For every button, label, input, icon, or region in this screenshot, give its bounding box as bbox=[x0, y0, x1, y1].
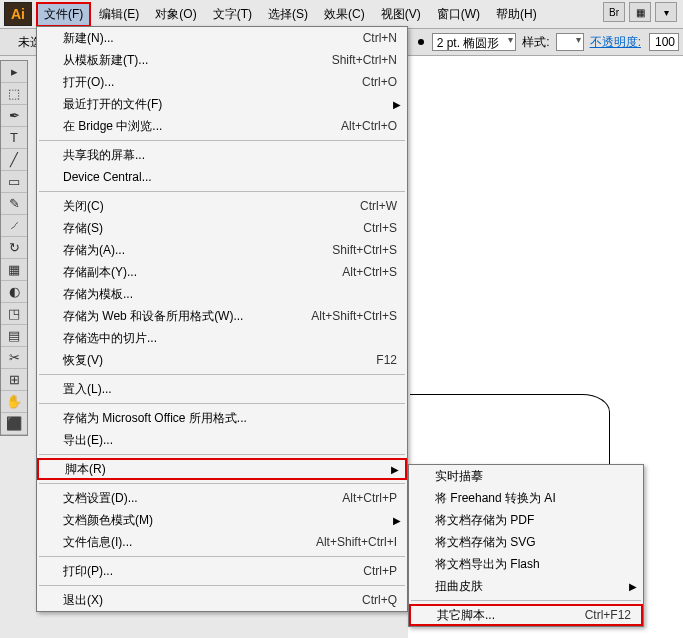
menu-item-label: 实时描摹 bbox=[435, 468, 633, 485]
menu-item-shortcut: Alt+Ctrl+P bbox=[342, 491, 397, 505]
menu-item-label: Device Central... bbox=[63, 170, 397, 184]
menu-item-shortcut: Ctrl+S bbox=[363, 221, 397, 235]
menu-item-label: 存储(S) bbox=[63, 220, 363, 237]
menu-item-label: 其它脚本... bbox=[437, 607, 585, 624]
menu-item-label: 置入(L)... bbox=[63, 381, 397, 398]
scripts-menu-item-1[interactable]: 将 Freehand 转换为 AI bbox=[409, 487, 643, 509]
menu-item-label: 将文档存储为 PDF bbox=[435, 512, 633, 529]
file-menu-item-11[interactable]: 存储为(A)...Shift+Ctrl+S bbox=[37, 239, 407, 261]
file-menu-separator bbox=[39, 483, 405, 484]
tool-5[interactable]: ▭ bbox=[1, 171, 27, 193]
menubar-item-2[interactable]: 对象(O) bbox=[147, 2, 204, 27]
menu-item-label: 存储副本(Y)... bbox=[63, 264, 342, 281]
file-menu-item-10[interactable]: 存储(S)Ctrl+S bbox=[37, 217, 407, 239]
menu-item-shortcut: Alt+Shift+Ctrl+I bbox=[316, 535, 397, 549]
file-menu-item-27[interactable]: 文件信息(I)...Alt+Shift+Ctrl+I bbox=[37, 531, 407, 553]
menubar-item-6[interactable]: 视图(V) bbox=[373, 2, 429, 27]
artwork-path bbox=[410, 394, 610, 464]
menu-item-shortcut: Ctrl+O bbox=[362, 75, 397, 89]
style-label: 样式: bbox=[522, 34, 549, 51]
submenu-arrow-icon: ▶ bbox=[393, 99, 401, 110]
tool-15[interactable]: ✋ bbox=[1, 391, 27, 413]
tool-16[interactable]: ⬛ bbox=[1, 413, 27, 435]
tool-1[interactable]: ⬚ bbox=[1, 83, 27, 105]
scripts-menu-item-5[interactable]: 扭曲皮肤▶ bbox=[409, 575, 643, 597]
file-menu-item-12[interactable]: 存储副本(Y)...Alt+Ctrl+S bbox=[37, 261, 407, 283]
menubar-item-0[interactable]: 文件(F) bbox=[36, 2, 91, 27]
tool-12[interactable]: ▤ bbox=[1, 325, 27, 347]
menu-item-shortcut: Shift+Ctrl+S bbox=[332, 243, 397, 257]
file-menu-item-29[interactable]: 打印(P)...Ctrl+P bbox=[37, 560, 407, 582]
file-menu-item-0[interactable]: 新建(N)...Ctrl+N bbox=[37, 27, 407, 49]
file-menu-item-16[interactable]: 恢复(V)F12 bbox=[37, 349, 407, 371]
scripts-menu-item-7[interactable]: 其它脚本...Ctrl+F12 bbox=[409, 604, 643, 626]
menubar-item-4[interactable]: 选择(S) bbox=[260, 2, 316, 27]
menubar-right: Br▦▾ bbox=[603, 2, 677, 22]
menu-item-label: 存储为模板... bbox=[63, 286, 397, 303]
file-menu-separator bbox=[39, 556, 405, 557]
tool-0[interactable]: ▸ bbox=[1, 61, 27, 83]
file-menu-item-21[interactable]: 导出(E)... bbox=[37, 429, 407, 451]
menu-item-label: 打开(O)... bbox=[63, 74, 362, 91]
file-menu-item-31[interactable]: 退出(X)Ctrl+Q bbox=[37, 589, 407, 611]
tool-palette: ▸⬚✒T╱▭✎⟋↻▦◐◳▤✂⊞✋⬛ bbox=[0, 60, 28, 436]
opacity-input[interactable]: 100 bbox=[649, 33, 679, 51]
menubar-item-8[interactable]: 帮助(H) bbox=[488, 2, 545, 27]
tool-10[interactable]: ◐ bbox=[1, 281, 27, 303]
menu-item-label: 共享我的屏幕... bbox=[63, 147, 397, 164]
menu-item-shortcut: Ctrl+P bbox=[363, 564, 397, 578]
file-menu-item-25[interactable]: 文档设置(D)...Alt+Ctrl+P bbox=[37, 487, 407, 509]
file-menu-item-13[interactable]: 存储为模板... bbox=[37, 283, 407, 305]
tool-4[interactable]: ╱ bbox=[1, 149, 27, 171]
style-select[interactable] bbox=[556, 33, 584, 51]
file-menu-item-23[interactable]: 脚本(R)▶ bbox=[37, 458, 407, 480]
file-menu-item-14[interactable]: 存储为 Web 和设备所用格式(W)...Alt+Shift+Ctrl+S bbox=[37, 305, 407, 327]
menu-item-label: 新建(N)... bbox=[63, 30, 363, 47]
menu-item-label: 将 Freehand 转换为 AI bbox=[435, 490, 633, 507]
menu-item-label: 文档设置(D)... bbox=[63, 490, 342, 507]
opacity-label[interactable]: 不透明度: bbox=[590, 34, 641, 51]
tool-6[interactable]: ✎ bbox=[1, 193, 27, 215]
stroke-profile-select[interactable]: 2 pt. 椭圆形 bbox=[432, 33, 517, 51]
menu-item-label: 打印(P)... bbox=[63, 563, 363, 580]
panel-toggle-0[interactable]: Br bbox=[603, 2, 625, 22]
panel-toggle-1[interactable]: ▦ bbox=[629, 2, 651, 22]
file-menu-item-4[interactable]: 在 Bridge 中浏览...Alt+Ctrl+O bbox=[37, 115, 407, 137]
tool-13[interactable]: ✂ bbox=[1, 347, 27, 369]
tool-11[interactable]: ◳ bbox=[1, 303, 27, 325]
scripts-menu-item-3[interactable]: 将文档存储为 SVG bbox=[409, 531, 643, 553]
file-menu-item-7[interactable]: Device Central... bbox=[37, 166, 407, 188]
menu-item-label: 将文档导出为 Flash bbox=[435, 556, 633, 573]
menubar-item-1[interactable]: 编辑(E) bbox=[91, 2, 147, 27]
panel-toggle-2[interactable]: ▾ bbox=[655, 2, 677, 22]
file-menu-item-1[interactable]: 从模板新建(T)...Shift+Ctrl+N bbox=[37, 49, 407, 71]
tool-8[interactable]: ↻ bbox=[1, 237, 27, 259]
scripts-menu-item-0[interactable]: 实时描摹 bbox=[409, 465, 643, 487]
menubar-item-7[interactable]: 窗口(W) bbox=[429, 2, 488, 27]
menu-item-label: 导出(E)... bbox=[63, 432, 397, 449]
app-logo: Ai bbox=[4, 2, 32, 26]
scripts-menu-item-2[interactable]: 将文档存储为 PDF bbox=[409, 509, 643, 531]
file-menu-item-26[interactable]: 文档颜色模式(M)▶ bbox=[37, 509, 407, 531]
file-menu-item-15[interactable]: 存储选中的切片... bbox=[37, 327, 407, 349]
menu-item-label: 关闭(C) bbox=[63, 198, 360, 215]
file-menu-item-20[interactable]: 存储为 Microsoft Office 所用格式... bbox=[37, 407, 407, 429]
tool-2[interactable]: ✒ bbox=[1, 105, 27, 127]
menubar-item-5[interactable]: 效果(C) bbox=[316, 2, 373, 27]
file-menu-item-3[interactable]: 最近打开的文件(F)▶ bbox=[37, 93, 407, 115]
menu-item-shortcut: Alt+Shift+Ctrl+S bbox=[311, 309, 397, 323]
tool-3[interactable]: T bbox=[1, 127, 27, 149]
scripts-menu-item-4[interactable]: 将文档导出为 Flash bbox=[409, 553, 643, 575]
menu-item-label: 最近打开的文件(F) bbox=[63, 96, 397, 113]
tool-7[interactable]: ⟋ bbox=[1, 215, 27, 237]
menu-item-shortcut: Ctrl+Q bbox=[362, 593, 397, 607]
menubar-item-3[interactable]: 文字(T) bbox=[205, 2, 260, 27]
file-menu-item-18[interactable]: 置入(L)... bbox=[37, 378, 407, 400]
menu-item-label: 在 Bridge 中浏览... bbox=[63, 118, 341, 135]
menu-item-label: 将文档存储为 SVG bbox=[435, 534, 633, 551]
tool-9[interactable]: ▦ bbox=[1, 259, 27, 281]
file-menu-item-6[interactable]: 共享我的屏幕... bbox=[37, 144, 407, 166]
file-menu-item-9[interactable]: 关闭(C)Ctrl+W bbox=[37, 195, 407, 217]
file-menu-item-2[interactable]: 打开(O)...Ctrl+O bbox=[37, 71, 407, 93]
tool-14[interactable]: ⊞ bbox=[1, 369, 27, 391]
